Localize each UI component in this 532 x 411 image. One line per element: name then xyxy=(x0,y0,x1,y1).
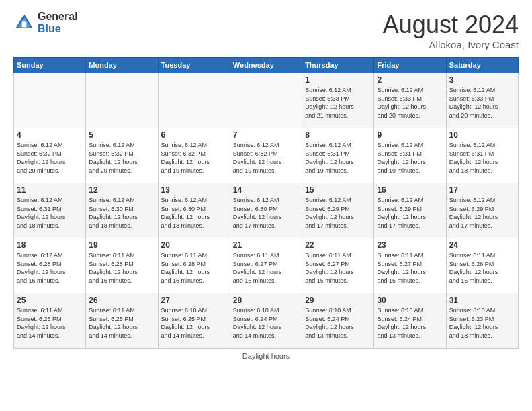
calendar-day-cell: 14Sunrise: 6:12 AM Sunset: 6:30 PM Dayli… xyxy=(230,183,302,238)
day-number: 7 xyxy=(233,130,299,140)
day-info: Sunrise: 6:12 AM Sunset: 6:31 PM Dayligh… xyxy=(305,141,371,175)
calendar-day-cell: 31Sunrise: 6:10 AM Sunset: 6:23 PM Dayli… xyxy=(446,293,518,349)
day-number: 9 xyxy=(377,130,443,140)
calendar-day-cell: 16Sunrise: 6:12 AM Sunset: 6:29 PM Dayli… xyxy=(374,183,446,238)
day-number: 13 xyxy=(161,185,227,195)
day-info: Sunrise: 6:11 AM Sunset: 6:27 PM Dayligh… xyxy=(377,251,443,285)
day-info: Sunrise: 6:10 AM Sunset: 6:25 PM Dayligh… xyxy=(161,306,227,340)
calendar-day-cell: 17Sunrise: 6:12 AM Sunset: 6:29 PM Dayli… xyxy=(446,183,518,238)
day-info: Sunrise: 6:11 AM Sunset: 6:27 PM Dayligh… xyxy=(305,251,371,285)
day-info: Sunrise: 6:10 AM Sunset: 6:24 PM Dayligh… xyxy=(305,306,371,340)
calendar-day-cell: 7Sunrise: 6:12 AM Sunset: 6:32 PM Daylig… xyxy=(230,128,302,183)
day-number: 23 xyxy=(377,240,443,250)
day-number: 24 xyxy=(449,240,515,250)
day-info: Sunrise: 6:12 AM Sunset: 6:31 PM Dayligh… xyxy=(17,196,83,230)
day-number: 31 xyxy=(449,295,515,305)
calendar-day-cell: 30Sunrise: 6:10 AM Sunset: 6:24 PM Dayli… xyxy=(374,293,446,349)
day-info: Sunrise: 6:11 AM Sunset: 6:28 PM Dayligh… xyxy=(161,251,227,285)
day-info: Sunrise: 6:11 AM Sunset: 6:26 PM Dayligh… xyxy=(449,251,515,285)
calendar-day-cell: 25Sunrise: 6:11 AM Sunset: 6:26 PM Dayli… xyxy=(14,293,86,349)
day-info: Sunrise: 6:12 AM Sunset: 6:31 PM Dayligh… xyxy=(449,141,515,175)
calendar-day-cell: 15Sunrise: 6:12 AM Sunset: 6:29 PM Dayli… xyxy=(302,183,374,238)
calendar-day-cell xyxy=(230,73,302,128)
calendar-day-cell: 11Sunrise: 6:12 AM Sunset: 6:31 PM Dayli… xyxy=(14,183,86,238)
day-number: 3 xyxy=(449,75,515,85)
day-number: 28 xyxy=(233,295,299,305)
day-header-sunday: Sunday xyxy=(14,58,86,73)
calendar-week-row: 1Sunrise: 6:12 AM Sunset: 6:33 PM Daylig… xyxy=(14,73,519,128)
day-info: Sunrise: 6:12 AM Sunset: 6:29 PM Dayligh… xyxy=(305,196,371,230)
calendar-day-cell: 13Sunrise: 6:12 AM Sunset: 6:30 PM Dayli… xyxy=(158,183,230,238)
day-number: 11 xyxy=(17,185,83,195)
day-info: Sunrise: 6:12 AM Sunset: 6:33 PM Dayligh… xyxy=(377,86,443,120)
calendar-day-cell xyxy=(14,73,86,128)
day-number: 4 xyxy=(17,130,83,140)
day-info: Sunrise: 6:12 AM Sunset: 6:32 PM Dayligh… xyxy=(161,141,227,175)
day-number: 19 xyxy=(89,240,154,250)
calendar-day-cell: 12Sunrise: 6:12 AM Sunset: 6:30 PM Dayli… xyxy=(86,183,158,238)
logo-general-text: General xyxy=(38,11,78,23)
day-info: Sunrise: 6:10 AM Sunset: 6:24 PM Dayligh… xyxy=(377,306,443,340)
calendar-day-cell: 9Sunrise: 6:12 AM Sunset: 6:31 PM Daylig… xyxy=(374,128,446,183)
calendar-day-cell: 19Sunrise: 6:11 AM Sunset: 6:28 PM Dayli… xyxy=(86,238,158,293)
day-info: Sunrise: 6:12 AM Sunset: 6:29 PM Dayligh… xyxy=(449,196,515,230)
calendar-day-cell: 1Sunrise: 6:12 AM Sunset: 6:33 PM Daylig… xyxy=(302,73,374,128)
calendar-day-cell: 10Sunrise: 6:12 AM Sunset: 6:31 PM Dayli… xyxy=(446,128,518,183)
calendar-day-cell: 21Sunrise: 6:11 AM Sunset: 6:27 PM Dayli… xyxy=(230,238,302,293)
page: General Blue August 2024 Allokoa, Ivory … xyxy=(0,0,532,411)
day-info: Sunrise: 6:12 AM Sunset: 6:32 PM Dayligh… xyxy=(89,141,154,175)
logo-text: General Blue xyxy=(38,11,78,34)
day-number: 22 xyxy=(305,240,371,250)
daylight-label: Daylight hours xyxy=(242,352,290,360)
day-info: Sunrise: 6:12 AM Sunset: 6:30 PM Dayligh… xyxy=(161,196,227,230)
day-info: Sunrise: 6:10 AM Sunset: 6:24 PM Dayligh… xyxy=(233,306,299,340)
day-info: Sunrise: 6:12 AM Sunset: 6:30 PM Dayligh… xyxy=(233,196,299,230)
day-info: Sunrise: 6:12 AM Sunset: 6:30 PM Dayligh… xyxy=(89,196,154,230)
calendar-day-cell: 20Sunrise: 6:11 AM Sunset: 6:28 PM Dayli… xyxy=(158,238,230,293)
calendar-day-cell: 29Sunrise: 6:10 AM Sunset: 6:24 PM Dayli… xyxy=(302,293,374,349)
day-info: Sunrise: 6:12 AM Sunset: 6:32 PM Dayligh… xyxy=(17,141,83,175)
day-number: 26 xyxy=(89,295,154,305)
calendar-day-cell: 22Sunrise: 6:11 AM Sunset: 6:27 PM Dayli… xyxy=(302,238,374,293)
day-number: 16 xyxy=(377,185,443,195)
calendar-day-cell xyxy=(86,73,158,128)
header: General Blue August 2024 Allokoa, Ivory … xyxy=(13,11,519,50)
day-number: 18 xyxy=(17,240,83,250)
calendar-day-cell: 24Sunrise: 6:11 AM Sunset: 6:26 PM Dayli… xyxy=(446,238,518,293)
day-info: Sunrise: 6:11 AM Sunset: 6:26 PM Dayligh… xyxy=(17,306,83,340)
calendar-day-cell: 26Sunrise: 6:11 AM Sunset: 6:25 PM Dayli… xyxy=(86,293,158,349)
calendar-day-cell: 18Sunrise: 6:12 AM Sunset: 6:28 PM Dayli… xyxy=(14,238,86,293)
title-section: August 2024 Allokoa, Ivory Coast xyxy=(383,11,519,50)
day-info: Sunrise: 6:11 AM Sunset: 6:28 PM Dayligh… xyxy=(89,251,154,285)
logo-icon xyxy=(13,12,35,34)
day-number: 17 xyxy=(449,185,515,195)
day-number: 10 xyxy=(449,130,515,140)
location: Allokoa, Ivory Coast xyxy=(383,39,519,50)
day-header-monday: Monday xyxy=(86,58,158,73)
calendar-day-cell: 23Sunrise: 6:11 AM Sunset: 6:27 PM Dayli… xyxy=(374,238,446,293)
day-number: 12 xyxy=(89,185,154,195)
month-year: August 2024 xyxy=(383,11,519,39)
day-number: 25 xyxy=(17,295,83,305)
svg-rect-2 xyxy=(22,21,26,27)
day-number: 20 xyxy=(161,240,227,250)
day-header-friday: Friday xyxy=(374,58,446,73)
day-number: 29 xyxy=(305,295,371,305)
day-info: Sunrise: 6:12 AM Sunset: 6:31 PM Dayligh… xyxy=(377,141,443,175)
day-number: 21 xyxy=(233,240,299,250)
calendar-header-row: SundayMondayTuesdayWednesdayThursdayFrid… xyxy=(14,58,519,73)
footer: Daylight hours xyxy=(13,352,519,360)
day-info: Sunrise: 6:12 AM Sunset: 6:33 PM Dayligh… xyxy=(449,86,515,120)
day-number: 2 xyxy=(377,75,443,85)
day-header-saturday: Saturday xyxy=(446,58,518,73)
day-header-tuesday: Tuesday xyxy=(158,58,230,73)
logo: General Blue xyxy=(13,11,78,34)
calendar-day-cell: 8Sunrise: 6:12 AM Sunset: 6:31 PM Daylig… xyxy=(302,128,374,183)
day-header-thursday: Thursday xyxy=(302,58,374,73)
day-number: 27 xyxy=(161,295,227,305)
day-info: Sunrise: 6:12 AM Sunset: 6:28 PM Dayligh… xyxy=(17,251,83,285)
day-number: 14 xyxy=(233,185,299,195)
calendar-day-cell: 27Sunrise: 6:10 AM Sunset: 6:25 PM Dayli… xyxy=(158,293,230,349)
calendar-day-cell xyxy=(158,73,230,128)
calendar-week-row: 25Sunrise: 6:11 AM Sunset: 6:26 PM Dayli… xyxy=(14,293,519,349)
